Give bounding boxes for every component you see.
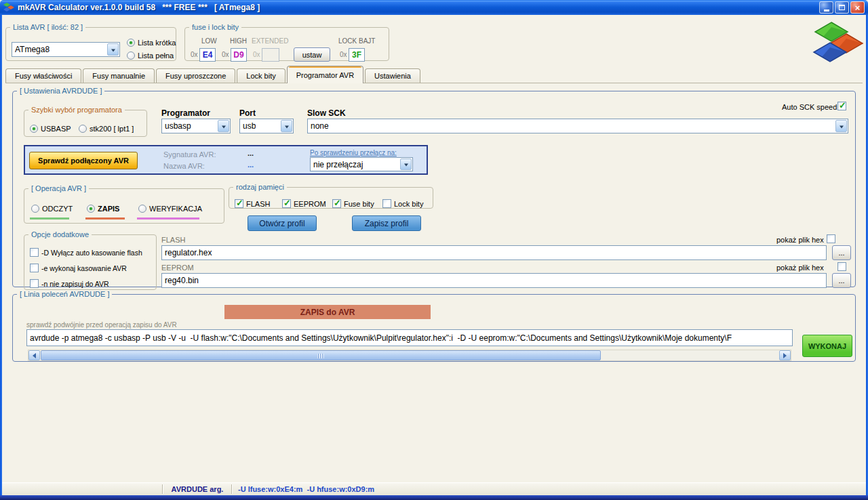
chevron-down-icon [400,159,412,170]
radio-lista-krotka-label: Lista krótka [138,39,176,47]
open-profile-button[interactable]: Otwórz profil [248,215,317,231]
check-avr-button[interactable]: Sprawdź podłączony AVR [29,152,138,169]
checkbox-opt-e-label: -e wykonaj kasowanie AVR [41,264,127,272]
checkbox-opt-e[interactable]: -e wykonaj kasowanie AVR [30,264,127,272]
radio-icon [138,205,146,213]
checkbox-opt-d[interactable]: -D Wyłącz auto kasowanie flash [30,248,142,257]
quick-select-legend: Szybki wybór programatora [28,106,125,114]
checkbox-fuse-bity[interactable]: Fuse bity [332,199,374,208]
chevron-down-icon [835,120,847,132]
radio-icon [127,51,135,60]
switch-after-select[interactable]: nie przełączaj [310,157,413,171]
tab-lock-bity[interactable]: Lock bity [237,68,285,83]
radio-zapis[interactable]: ZAPIS [87,205,119,213]
tab-fusy-uproszczone[interactable]: Fusy uproszczone [156,68,235,83]
port-label: Port [239,108,256,118]
tab-fusy-wlasciwosci[interactable]: Fusy właściwości [5,68,81,83]
avrdude-settings-legend: [ Ustawienia AVRDUDE ] [17,87,104,95]
radio-stk200-label: stk200 [ lpt1 ] [90,125,134,133]
radio-odczyt-label: ODCZYT [42,205,73,213]
arrow-left-icon [30,353,36,358]
radio-usbasp-label: USBASP [41,125,71,133]
checkbox-lock-bity[interactable]: Lock bity [382,199,423,208]
programator-select[interactable]: usbasp [161,119,231,133]
slow-sck-select[interactable]: none [307,119,848,133]
command-hscrollbar[interactable] [28,350,791,361]
hex-prefix: 0x [222,51,229,58]
quick-select-group: Szybki wybór programatora USBASP stk200 … [24,106,147,137]
command-input[interactable] [26,329,793,346]
radio-odczyt[interactable]: ODCZYT [31,205,73,213]
arrow-right-icon [783,353,789,358]
cmdline-legend: [ Linia poleceń AVRDUDE ] [17,290,112,298]
radio-weryfikacja[interactable]: WERYFIKACJA [138,205,202,213]
checkbox-opt-n-label: -n nie zapisuj do AVR [41,280,109,288]
checkbox-lock-bity-label: Lock bity [394,200,423,208]
programator-label: Programator [161,108,210,118]
titlebar: mkAVR Calculator ver.1.0.0 build 58 *** … [0,0,868,15]
radio-icon [31,205,39,213]
avr-name-value: ... [248,161,254,169]
close-button[interactable]: × [850,1,865,14]
hex-prefix: 0x [340,51,347,58]
app-window: mkAVR Calculator ver.1.0.0 build 58 *** … [0,0,868,500]
scroll-right-button[interactable] [779,350,791,360]
tab-ustawienia[interactable]: Ustawienia [365,68,420,83]
radio-lista-krotka[interactable]: Lista krótka [127,39,176,47]
scroll-left-button[interactable] [28,350,40,360]
checkbox-icon [282,199,291,208]
flash-browse-button[interactable]: ... [832,245,851,260]
flash-show-hex-label: pokaż plik hex [776,236,824,244]
radio-stk200[interactable]: stk200 [ lpt1 ] [79,125,134,133]
high-label: HIGH [230,37,247,45]
ustaw-button[interactable]: ustaw [294,47,330,62]
auto-sck-checkbox[interactable] [837,102,846,110]
checkbox-opt-d-label: -D Wyłącz auto kasowanie flash [41,249,142,257]
radio-icon [87,205,95,213]
app-icon [3,2,14,13]
tab-programator-avr[interactable]: Programator AVR [287,66,363,83]
save-profile-button[interactable]: Zapisz profil [352,215,421,231]
flash-show-hex-checkbox[interactable] [827,234,835,243]
high-fuse-input[interactable] [231,48,247,62]
lock-bajt-input[interactable] [349,48,365,62]
lock-bajt-label: LOCK BAJT [338,37,375,45]
avrdude-arg-value: -U lfuse:w:0xE4:m -U hfuse:w:0xD9:m [233,485,374,493]
statusbar: AVRDUDE arg. -U lfuse:w:0xE4:m -U hfuse:… [2,482,866,495]
fuse-lock-group: fuse i lock bity LOW HIGH EXTENDED 0x 0x… [184,23,389,61]
avr-select[interactable]: ATmega8 [12,42,120,57]
scroll-thumb[interactable] [41,350,601,360]
wykonaj-button[interactable]: WYKONAJ [802,335,852,357]
eeprom-show-hex-label: pokaż plik hex [776,264,824,272]
radio-weryfikacja-label: WERYFIKACJA [149,205,202,213]
checkbox-opt-n[interactable]: -n nie zapisuj do AVR [30,279,109,288]
programator-value: usbasp [165,121,191,131]
fuse-lock-legend: fuse i lock bity [189,23,241,31]
chevron-down-icon [107,43,119,56]
eeprom-browse-button[interactable]: ... [832,273,851,288]
radio-icon [30,125,38,133]
check-avr-panel: Sprawdź podłączony AVR Sygnatura AVR: ..… [24,145,428,175]
operation-legend: [ Operacja AVR ] [28,184,89,192]
port-select[interactable]: usb [239,119,294,133]
memory-legend: rodzaj pamięci [233,183,287,191]
checkbox-flash[interactable]: FLASH [235,199,270,208]
checkbox-eeprom[interactable]: EEPROM [282,199,326,208]
signature-label: Sygnatura AVR: [163,150,216,159]
avr-list-legend: Lista AVR [ ilość: 82 ] [10,23,85,31]
low-fuse-input[interactable] [199,48,216,62]
radio-zapis-label: ZAPIS [98,205,119,213]
eeprom-show-hex-checkbox[interactable] [837,262,846,271]
minimize-button[interactable] [819,1,833,14]
odczyt-underline [30,217,69,220]
tab-label: Fusy manualnie [92,72,145,80]
port-value: usb [243,121,256,131]
maximize-button[interactable] [835,1,849,14]
radio-lista-pelna[interactable]: Lista pełna [127,51,174,60]
tab-fusy-manualnie[interactable]: Fusy manualnie [83,68,155,83]
checkbox-icon [332,199,341,208]
radio-usbasp[interactable]: USBASP [30,125,71,133]
avr-list-group: Lista AVR [ ilość: 82 ] ATmega8 Lista kr… [5,23,176,61]
eeprom-file-input[interactable] [161,273,827,288]
flash-file-input[interactable] [161,245,827,260]
